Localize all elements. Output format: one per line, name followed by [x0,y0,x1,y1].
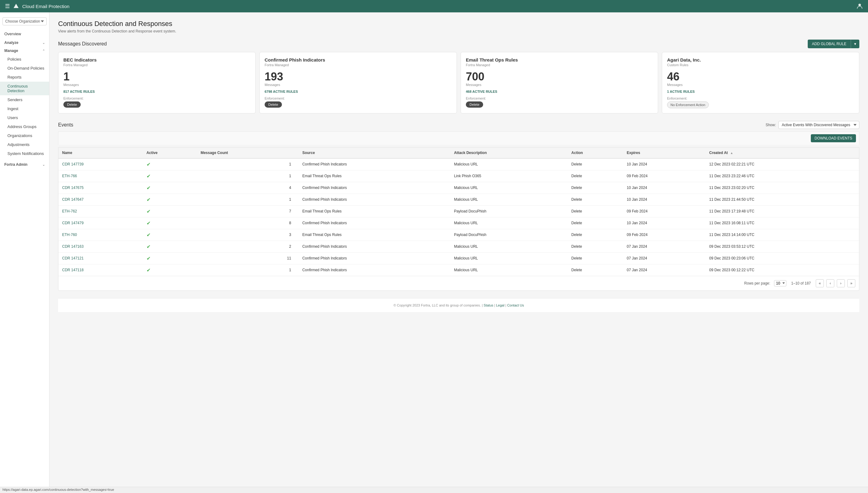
add-global-rule-button[interactable]: ADD GLOBAL RULE [808,40,851,48]
events-table: NameActiveMessage CountSourceAttack Desc… [59,148,859,276]
event-message-count: 8 [197,217,298,229]
footer-legal-link[interactable]: Legal [496,303,505,307]
event-name-link[interactable]: CDR 147121 [59,252,143,264]
event-name-link[interactable]: ETH-766 [59,170,143,182]
prev-page-button[interactable]: ‹ [826,279,834,287]
event-message-count: 11 [197,252,298,264]
org-select[interactable]: Choose Organization [2,17,47,25]
delete-button[interactable]: Delete [63,102,81,108]
sidebar-item-ingest[interactable]: Ingest [0,104,49,113]
active-check-icon: ✔ [147,267,151,273]
card-messages-label: Messages [466,83,653,87]
event-source: Confirmed Phish Indicators [298,252,450,264]
main-content: Continuous Detection and Responses View … [49,13,868,493]
sidebar-item-adjustments[interactable]: Adjustments [0,140,49,149]
event-action: Delete [567,241,623,252]
event-action: Delete [567,182,623,194]
card-rules[interactable]: 1 ACTIVE RULES [667,90,854,93]
event-source: Email Threat Ops Rules [298,206,450,217]
table-row: CDR 147479 ✔ 8 Confirmed Phish Indicator… [59,217,859,229]
event-message-count: 1 [197,264,298,276]
event-name-link[interactable]: ETH-762 [59,206,143,217]
chevron-up-icon: ⌃ [42,49,45,52]
event-name-link[interactable]: ETH-760 [59,229,143,241]
active-check-icon: ✔ [147,256,151,261]
event-action: Delete [567,194,623,206]
enforcement-button[interactable]: No Enforcement Action [667,102,709,108]
event-attack: Malicious URL [450,252,568,264]
sidebar-item-senders[interactable]: Senders [0,95,49,104]
event-name-link[interactable]: CDR 147647 [59,194,143,206]
sidebar-item-continuous-detection[interactable]: Continuous Detection [0,82,49,95]
event-active: ✔ [143,229,197,241]
event-source: Confirmed Phish Indicators [298,241,450,252]
next-page-button[interactable]: › [837,279,845,287]
event-source: Confirmed Phish Indicators [298,264,450,276]
events-filter-group: Show: Active Events With Discovered Mess… [766,121,859,129]
event-name-link[interactable]: CDR 147675 [59,182,143,194]
active-check-icon: ✔ [147,244,151,249]
event-active: ✔ [143,252,197,264]
card-enforcement-label: Enforcement: [63,97,250,100]
card-managed: Custom Rules [667,63,854,67]
event-name-link[interactable]: CDR 147479 [59,217,143,229]
card-rules[interactable]: 468 ACTIVE RULES [466,90,653,93]
card-messages-label: Messages [265,83,452,87]
table-column-header: Attack Description [450,148,568,158]
menu-icon[interactable]: ☰ [5,3,10,9]
sidebar-item-policies[interactable]: Policies [0,55,49,64]
footer-contact-link[interactable]: Contact Us [507,303,524,307]
sidebar-item-on-demand[interactable]: On-Demand Policies [0,64,49,73]
footer-status-link[interactable]: Status [484,303,493,307]
user-icon[interactable] [856,2,863,10]
table-row: ETH-760 ✔ 3 Email Threat Ops Rules Paylo… [59,229,859,241]
sidebar-item-reports[interactable]: Reports [0,73,49,82]
table-column-header: Active [143,148,197,158]
event-action: Delete [567,217,623,229]
event-attack: Payload DocuPhish [450,206,568,217]
indicator-card: Email Threat Ops Rules Fortra Managed 70… [461,52,658,113]
sidebar-section-analyze[interactable]: Analyze ⌄ [0,39,49,47]
sidebar-item-system-notifications[interactable]: System Notifications [0,149,49,158]
event-message-count: 4 [197,182,298,194]
event-action: Delete [567,170,623,182]
event-active: ✔ [143,217,197,229]
rows-per-page-select[interactable]: 10 25 50 [774,280,786,286]
table-row: CDR 147121 ✔ 11 Confirmed Phish Indicato… [59,252,859,264]
statusbar: https://agari-data.ep.agari.com/continuo… [0,487,868,493]
table-row: CDR 147118 ✔ 1 Confirmed Phish Indicator… [59,264,859,276]
card-rules[interactable]: 6798 ACTIVE RULES [265,90,452,93]
footer-text: © Copyright 2023 Fortra, LLC and its gro… [394,303,483,307]
event-expires: 07 Jan 2024 [623,264,706,276]
table-row: CDR 147675 ✔ 4 Confirmed Phish Indicator… [59,182,859,194]
table-row: CDR 147163 ✔ 2 Confirmed Phish Indicator… [59,241,859,252]
sidebar-section-fortra-admin[interactable]: Fortra Admin ⌄ [0,160,49,169]
svg-point-1 [859,4,861,6]
sidebar-section-manage[interactable]: Manage ⌃ [0,47,49,55]
sidebar-item-users[interactable]: Users [0,113,49,122]
add-global-rule-dropdown-button[interactable]: ▼ [851,40,859,48]
page-subtitle: View alerts from the Continuous Detectio… [58,29,859,34]
event-name-link[interactable]: CDR 147118 [59,264,143,276]
delete-button[interactable]: Delete [466,102,483,108]
sidebar-item-overview[interactable]: Overview [0,29,49,39]
event-expires: 10 Jan 2024 [623,217,706,229]
delete-button[interactable]: Delete [265,102,282,108]
event-name-link[interactable]: CDR 147163 [59,241,143,252]
card-rules[interactable]: 817 ACTIVE RULES [63,90,250,93]
event-action: Delete [567,158,623,170]
card-enforcement-label: Enforcement: [667,97,854,100]
sort-icon[interactable]: ▲ [730,151,733,155]
last-page-button[interactable]: » [847,279,855,287]
first-page-button[interactable]: « [816,279,824,287]
event-name-link[interactable]: CDR 147739 [59,158,143,170]
sidebar-item-organizations[interactable]: Organizations [0,131,49,140]
event-attack: Malicious URL [450,217,568,229]
event-created-at: 09 Dec 2023 03:53:12 UTC [706,241,859,252]
events-filter-select[interactable]: Active Events With Discovered MessagesAl… [778,121,859,129]
sidebar-item-address-groups[interactable]: Address Groups [0,122,49,131]
card-enforcement-label: Enforcement: [466,97,653,100]
card-count: 700 [466,70,653,83]
event-source: Confirmed Phish Indicators [298,217,450,229]
download-events-button[interactable]: DOWNLOAD EVENTS [811,134,856,142]
